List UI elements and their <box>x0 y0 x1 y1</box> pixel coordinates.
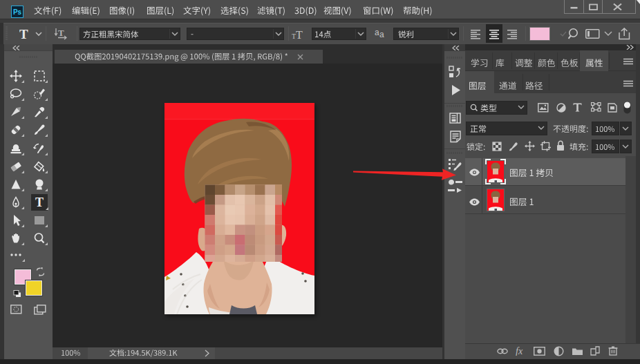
svg-text:a: a <box>379 30 384 39</box>
svg-text:T: T <box>296 29 303 40</box>
svg-text:Ps: Ps <box>13 8 22 16</box>
svg-text:fx: fx <box>516 346 523 356</box>
svg-text:T: T <box>58 28 64 38</box>
svg-text:T: T <box>35 195 44 209</box>
svg-text:a: a <box>375 28 379 37</box>
svg-text:T: T <box>19 28 28 40</box>
